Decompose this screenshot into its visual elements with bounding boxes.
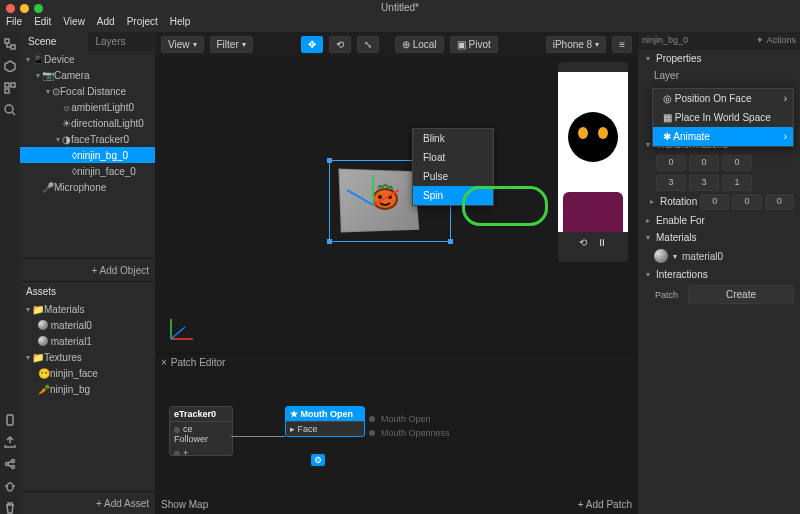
tree-ambient[interactable]: ☼ ambientLight0 bbox=[20, 99, 155, 115]
inspector-tab-actions[interactable]: ✦ Actions bbox=[742, 32, 800, 50]
node-settings-icon[interactable]: ⚙ bbox=[311, 454, 325, 466]
bug-icon[interactable] bbox=[4, 480, 16, 492]
ctx-float[interactable]: Float bbox=[413, 148, 493, 167]
show-map-button[interactable]: Show Map bbox=[161, 499, 208, 510]
rot-x[interactable]: 0 bbox=[700, 194, 729, 210]
add-patch-button[interactable]: + Add Patch bbox=[578, 499, 632, 510]
rot-y[interactable]: 0 bbox=[732, 194, 761, 210]
animate-submenu: Blink Float Pulse Spin bbox=[412, 128, 494, 206]
pos-z[interactable]: 0 bbox=[722, 155, 752, 171]
svg-point-5 bbox=[5, 105, 13, 113]
tree-ninjin-bg[interactable]: ◊ ninjin_bg_0 bbox=[20, 147, 155, 163]
device-preview: ⟲ ⏸ bbox=[558, 62, 628, 262]
action-place-world[interactable]: ▦ Place In World Space bbox=[653, 108, 793, 127]
scene-tree: ▾📱 Device ▾📷 Camera ▾⊙ Focal Distance ☼ … bbox=[20, 51, 155, 258]
filter-dropdown[interactable]: Filter ▾ bbox=[210, 36, 253, 53]
section-materials[interactable]: ▾Materials bbox=[638, 229, 800, 246]
action-animate[interactable]: ✱ Animate bbox=[653, 127, 793, 146]
ctx-spin[interactable]: Spin bbox=[413, 186, 493, 205]
assets-textures[interactable]: ▾📁 Textures bbox=[20, 349, 155, 365]
svg-line-16 bbox=[171, 327, 185, 339]
share-icon[interactable] bbox=[4, 458, 16, 470]
ctx-pulse[interactable]: Pulse bbox=[413, 167, 493, 186]
asset-ninjin-bg[interactable]: 🥕 ninjin_bg bbox=[20, 381, 155, 397]
preview-pause-icon[interactable]: ⏸ bbox=[597, 237, 607, 248]
3d-viewport[interactable]: ⟲ ⏸ Blink Float Pulse Spin bbox=[155, 56, 638, 353]
phone-icon[interactable] bbox=[4, 414, 16, 426]
tree-focal[interactable]: ▾⊙ Focal Distance bbox=[20, 83, 155, 99]
material-slot[interactable]: ▾material0 bbox=[638, 246, 800, 266]
local-toggle[interactable]: ⊕ Local bbox=[395, 36, 444, 53]
asset-material1[interactable]: material1 bbox=[20, 333, 155, 349]
asset-material0[interactable]: material0 bbox=[20, 317, 155, 333]
scale-tool-icon[interactable]: ⤡ bbox=[357, 36, 379, 53]
prop-layer: Layer bbox=[638, 67, 800, 84]
rot-z[interactable]: 0 bbox=[765, 194, 794, 210]
tree-dir-light[interactable]: ☀ directionalLight0 bbox=[20, 115, 155, 131]
tree-microphone[interactable]: 🎤 Microphone bbox=[20, 179, 155, 195]
tree-camera[interactable]: ▾📷 Camera bbox=[20, 67, 155, 83]
add-object-button[interactable]: + Add Object bbox=[20, 258, 155, 281]
close-icon[interactable]: × bbox=[161, 357, 167, 368]
svg-rect-3 bbox=[11, 83, 15, 87]
scale-x[interactable]: 3 bbox=[656, 175, 686, 191]
export-icon[interactable] bbox=[4, 436, 16, 448]
tab-scene[interactable]: Scene bbox=[20, 32, 88, 51]
menu-help[interactable]: Help bbox=[170, 16, 191, 32]
pivot-toggle[interactable]: ▣ Pivot bbox=[450, 36, 498, 53]
scale-y[interactable]: 3 bbox=[689, 175, 719, 191]
scale-row: 3 3 1 bbox=[638, 173, 800, 193]
section-properties[interactable]: ▾Properties bbox=[638, 50, 800, 67]
tree-device[interactable]: ▾📱 Device bbox=[20, 51, 155, 67]
svg-rect-4 bbox=[5, 89, 9, 93]
inspector-tab-object[interactable]: ninjin_bg_0 bbox=[638, 32, 742, 50]
assets-header: Assets bbox=[20, 282, 155, 301]
tree-ninjin-face[interactable]: ◊ ninjin_face_0 bbox=[20, 163, 155, 179]
node-outputs: Mouth Open Mouth Openness bbox=[369, 412, 450, 440]
hierarchy-icon[interactable] bbox=[4, 38, 16, 50]
pos-y[interactable]: 0 bbox=[689, 155, 719, 171]
rotation-row: 0 0 0 bbox=[682, 192, 800, 212]
axis-indicator-icon bbox=[167, 313, 201, 343]
ctx-blink[interactable]: Blink bbox=[413, 129, 493, 148]
trash-icon[interactable] bbox=[4, 502, 16, 514]
left-toolrail bbox=[0, 32, 20, 514]
menu-file[interactable]: File bbox=[6, 16, 22, 32]
svg-rect-6 bbox=[7, 415, 13, 425]
asset-ninjin-face[interactable]: 😶 ninjin_face bbox=[20, 365, 155, 381]
svg-rect-1 bbox=[11, 45, 15, 49]
device-select[interactable]: iPhone 8 ▾ bbox=[546, 36, 606, 53]
cube-icon[interactable] bbox=[4, 60, 16, 72]
menubar: File Edit View Add Project Help bbox=[0, 16, 800, 32]
tree-facetracker[interactable]: ▾◑ faceTracker0 bbox=[20, 131, 155, 147]
patch-wire bbox=[231, 436, 285, 439]
blocks-icon[interactable] bbox=[4, 82, 16, 94]
menu-edit[interactable]: Edit bbox=[34, 16, 51, 32]
menu-add[interactable]: Add bbox=[97, 16, 115, 32]
patch-label: Patch bbox=[638, 287, 682, 303]
preview-refresh-icon[interactable]: ⟲ bbox=[579, 237, 587, 248]
preview-menu-icon[interactable]: ≡ bbox=[612, 36, 632, 53]
svg-rect-2 bbox=[5, 83, 9, 87]
section-enable-for[interactable]: ▸Enable For bbox=[638, 212, 800, 229]
menu-project[interactable]: Project bbox=[127, 16, 158, 32]
menu-view[interactable]: View bbox=[63, 16, 85, 32]
node-facetracker[interactable]: eTracker0 ce Follower + + bbox=[169, 406, 233, 456]
viewport-toolbar: View ▾ Filter ▾ ✥ ⟲ ⤡ ⊕ Local ▣ Pivot iP… bbox=[155, 32, 638, 56]
scale-z[interactable]: 1 bbox=[722, 175, 752, 191]
view-dropdown[interactable]: View ▾ bbox=[161, 36, 204, 53]
move-tool-icon[interactable]: ✥ bbox=[301, 36, 323, 53]
tab-layers[interactable]: Layers bbox=[88, 32, 156, 51]
rotate-tool-icon[interactable]: ⟲ bbox=[329, 36, 351, 53]
assets-materials[interactable]: ▾📁 Materials bbox=[20, 301, 155, 317]
actions-menu: ◎ Position On Face ▦ Place In World Spac… bbox=[652, 88, 794, 147]
pos-x[interactable]: 0 bbox=[656, 155, 686, 171]
add-asset-button[interactable]: + Add Asset bbox=[20, 491, 155, 514]
patch-editor[interactable]: ×Patch Editor eTracker0 ce Follower + + … bbox=[155, 353, 638, 514]
section-interactions[interactable]: ▾Interactions bbox=[638, 266, 800, 283]
search-icon[interactable] bbox=[4, 104, 16, 116]
create-patch-button[interactable]: Create bbox=[688, 285, 794, 304]
inspector: ninjin_bg_0 ✦ Actions ▾Properties Layer … bbox=[638, 32, 800, 514]
action-position-on-face[interactable]: ◎ Position On Face bbox=[653, 89, 793, 108]
node-mouth-open[interactable]: ★ Mouth Open ▸ Face bbox=[285, 406, 365, 437]
